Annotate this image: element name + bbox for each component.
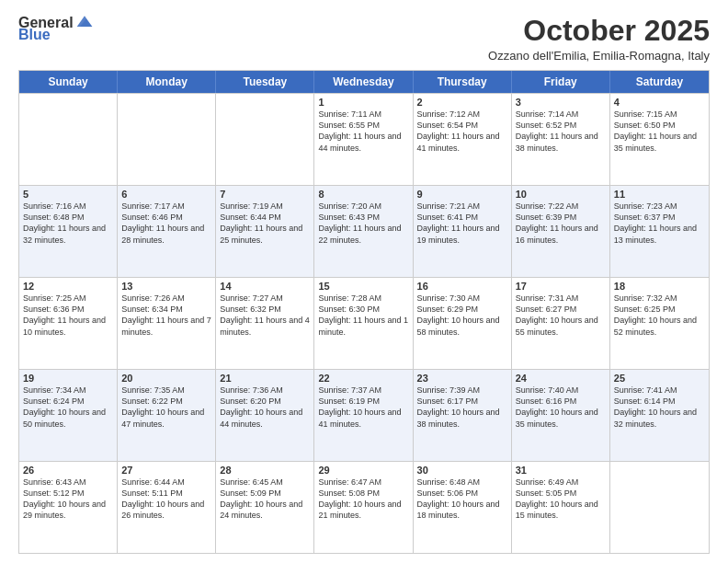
calendar-day-22: 22Sunrise: 7:37 AM Sunset: 6:19 PM Dayli… xyxy=(314,370,413,461)
day-number: 5 xyxy=(23,189,113,200)
day-number: 9 xyxy=(417,189,507,200)
month-title: October 2025 xyxy=(488,15,710,47)
logo: General Blue xyxy=(18,15,94,42)
calendar-day-10: 10Sunrise: 7:22 AM Sunset: 6:39 PM Dayli… xyxy=(512,186,610,277)
calendar-day-26: 26Sunrise: 6:43 AM Sunset: 5:12 PM Dayli… xyxy=(19,462,118,553)
day-number: 21 xyxy=(220,373,310,384)
day-info: Sunrise: 6:43 AM Sunset: 5:12 PM Dayligh… xyxy=(23,477,113,522)
day-info: Sunrise: 7:15 AM Sunset: 6:50 PM Dayligh… xyxy=(614,109,705,154)
header-day: Thursday xyxy=(414,71,512,93)
day-info: Sunrise: 7:34 AM Sunset: 6:24 PM Dayligh… xyxy=(23,385,113,430)
calendar-day-13: 13Sunrise: 7:26 AM Sunset: 6:34 PM Dayli… xyxy=(118,278,216,369)
day-number: 24 xyxy=(516,373,606,384)
day-info: Sunrise: 7:14 AM Sunset: 6:52 PM Dayligh… xyxy=(516,109,606,154)
calendar-day-14: 14Sunrise: 7:27 AM Sunset: 6:32 PM Dayli… xyxy=(216,278,314,369)
day-info: Sunrise: 7:21 AM Sunset: 6:41 PM Dayligh… xyxy=(417,201,507,246)
day-number: 16 xyxy=(417,281,507,292)
calendar-row: 19Sunrise: 7:34 AM Sunset: 6:24 PM Dayli… xyxy=(19,369,709,461)
day-number: 22 xyxy=(318,373,408,384)
day-info: Sunrise: 7:12 AM Sunset: 6:54 PM Dayligh… xyxy=(417,109,507,154)
header-day: Wednesday xyxy=(314,71,413,93)
calendar-day-5: 5Sunrise: 7:16 AM Sunset: 6:48 PM Daylig… xyxy=(19,186,118,277)
day-number: 17 xyxy=(516,281,606,292)
calendar-row: 1Sunrise: 7:11 AM Sunset: 6:55 PM Daylig… xyxy=(19,93,709,185)
calendar-empty xyxy=(216,94,314,185)
day-number: 20 xyxy=(121,373,211,384)
day-number: 25 xyxy=(614,373,705,384)
day-info: Sunrise: 7:39 AM Sunset: 6:17 PM Dayligh… xyxy=(417,385,507,430)
day-info: Sunrise: 7:16 AM Sunset: 6:48 PM Dayligh… xyxy=(23,201,113,246)
calendar-day-1: 1Sunrise: 7:11 AM Sunset: 6:55 PM Daylig… xyxy=(314,94,413,185)
calendar-day-18: 18Sunrise: 7:32 AM Sunset: 6:25 PM Dayli… xyxy=(610,278,709,369)
logo-icon xyxy=(75,13,94,31)
day-info: Sunrise: 6:47 AM Sunset: 5:08 PM Dayligh… xyxy=(318,477,408,522)
day-number: 6 xyxy=(121,189,211,200)
subtitle: Ozzano dell'Emilia, Emilia-Romagna, Ital… xyxy=(488,49,710,63)
day-info: Sunrise: 7:19 AM Sunset: 6:44 PM Dayligh… xyxy=(220,201,310,246)
day-number: 18 xyxy=(614,281,705,292)
calendar-day-28: 28Sunrise: 6:45 AM Sunset: 5:09 PM Dayli… xyxy=(216,462,314,553)
day-info: Sunrise: 6:49 AM Sunset: 5:05 PM Dayligh… xyxy=(516,477,606,522)
calendar-day-29: 29Sunrise: 6:47 AM Sunset: 5:08 PM Dayli… xyxy=(314,462,413,553)
calendar-row: 12Sunrise: 7:25 AM Sunset: 6:36 PM Dayli… xyxy=(19,277,709,369)
calendar-day-17: 17Sunrise: 7:31 AM Sunset: 6:27 PM Dayli… xyxy=(512,278,610,369)
header-day: Friday xyxy=(512,71,610,93)
calendar-empty xyxy=(19,94,118,185)
day-info: Sunrise: 7:35 AM Sunset: 6:22 PM Dayligh… xyxy=(121,385,211,430)
day-info: Sunrise: 7:30 AM Sunset: 6:29 PM Dayligh… xyxy=(417,293,507,338)
day-number: 14 xyxy=(220,281,310,292)
calendar-day-16: 16Sunrise: 7:30 AM Sunset: 6:29 PM Dayli… xyxy=(414,278,512,369)
title-block: October 2025 Ozzano dell'Emilia, Emilia-… xyxy=(488,15,710,63)
calendar-row: 26Sunrise: 6:43 AM Sunset: 5:12 PM Dayli… xyxy=(19,461,709,553)
calendar-day-20: 20Sunrise: 7:35 AM Sunset: 6:22 PM Dayli… xyxy=(118,370,216,461)
calendar-day-7: 7Sunrise: 7:19 AM Sunset: 6:44 PM Daylig… xyxy=(216,186,314,277)
day-number: 30 xyxy=(417,465,507,476)
calendar-day-9: 9Sunrise: 7:21 AM Sunset: 6:41 PM Daylig… xyxy=(414,186,512,277)
calendar-day-19: 19Sunrise: 7:34 AM Sunset: 6:24 PM Dayli… xyxy=(19,370,118,461)
calendar: SundayMondayTuesdayWednesdayThursdayFrid… xyxy=(18,70,710,554)
calendar-day-11: 11Sunrise: 7:23 AM Sunset: 6:37 PM Dayli… xyxy=(610,186,709,277)
day-info: Sunrise: 7:17 AM Sunset: 6:46 PM Dayligh… xyxy=(121,201,211,246)
day-info: Sunrise: 7:36 AM Sunset: 6:20 PM Dayligh… xyxy=(220,385,310,430)
calendar-day-12: 12Sunrise: 7:25 AM Sunset: 6:36 PM Dayli… xyxy=(19,278,118,369)
day-info: Sunrise: 7:28 AM Sunset: 6:30 PM Dayligh… xyxy=(318,293,408,338)
calendar-empty xyxy=(118,94,216,185)
header-day: Monday xyxy=(118,71,216,93)
day-info: Sunrise: 6:45 AM Sunset: 5:09 PM Dayligh… xyxy=(220,477,310,522)
day-number: 3 xyxy=(516,97,606,108)
calendar-day-30: 30Sunrise: 6:48 AM Sunset: 5:06 PM Dayli… xyxy=(414,462,512,553)
day-info: Sunrise: 7:22 AM Sunset: 6:39 PM Dayligh… xyxy=(516,201,606,246)
day-number: 4 xyxy=(614,97,705,108)
day-number: 27 xyxy=(121,465,211,476)
day-number: 12 xyxy=(23,281,113,292)
calendar-day-4: 4Sunrise: 7:15 AM Sunset: 6:50 PM Daylig… xyxy=(610,94,709,185)
day-number: 15 xyxy=(318,281,408,292)
day-info: Sunrise: 7:25 AM Sunset: 6:36 PM Dayligh… xyxy=(23,293,113,338)
day-info: Sunrise: 7:20 AM Sunset: 6:43 PM Dayligh… xyxy=(318,201,408,246)
calendar-day-6: 6Sunrise: 7:17 AM Sunset: 6:46 PM Daylig… xyxy=(118,186,216,277)
calendar-day-21: 21Sunrise: 7:36 AM Sunset: 6:20 PM Dayli… xyxy=(216,370,314,461)
day-number: 28 xyxy=(220,465,310,476)
header-day: Tuesday xyxy=(216,71,314,93)
calendar-day-3: 3Sunrise: 7:14 AM Sunset: 6:52 PM Daylig… xyxy=(512,94,610,185)
calendar-day-24: 24Sunrise: 7:40 AM Sunset: 6:16 PM Dayli… xyxy=(512,370,610,461)
day-number: 11 xyxy=(614,189,705,200)
day-info: Sunrise: 7:11 AM Sunset: 6:55 PM Dayligh… xyxy=(318,109,408,154)
day-number: 23 xyxy=(417,373,507,384)
day-info: Sunrise: 6:48 AM Sunset: 5:06 PM Dayligh… xyxy=(417,477,507,522)
day-number: 29 xyxy=(318,465,408,476)
day-number: 13 xyxy=(121,281,211,292)
day-info: Sunrise: 7:31 AM Sunset: 6:27 PM Dayligh… xyxy=(516,293,606,338)
day-info: Sunrise: 7:41 AM Sunset: 6:14 PM Dayligh… xyxy=(614,385,705,430)
day-number: 7 xyxy=(220,189,310,200)
header-day: Saturday xyxy=(610,71,709,93)
calendar-day-8: 8Sunrise: 7:20 AM Sunset: 6:43 PM Daylig… xyxy=(314,186,413,277)
calendar-day-25: 25Sunrise: 7:41 AM Sunset: 6:14 PM Dayli… xyxy=(610,370,709,461)
calendar-day-15: 15Sunrise: 7:28 AM Sunset: 6:30 PM Dayli… xyxy=(314,278,413,369)
calendar-body: 1Sunrise: 7:11 AM Sunset: 6:55 PM Daylig… xyxy=(19,93,709,553)
day-info: Sunrise: 6:44 AM Sunset: 5:11 PM Dayligh… xyxy=(121,477,211,522)
calendar-empty xyxy=(610,462,709,553)
day-number: 10 xyxy=(516,189,606,200)
header: General Blue October 2025 Ozzano dell'Em… xyxy=(18,15,710,63)
calendar-day-31: 31Sunrise: 6:49 AM Sunset: 5:05 PM Dayli… xyxy=(512,462,610,553)
